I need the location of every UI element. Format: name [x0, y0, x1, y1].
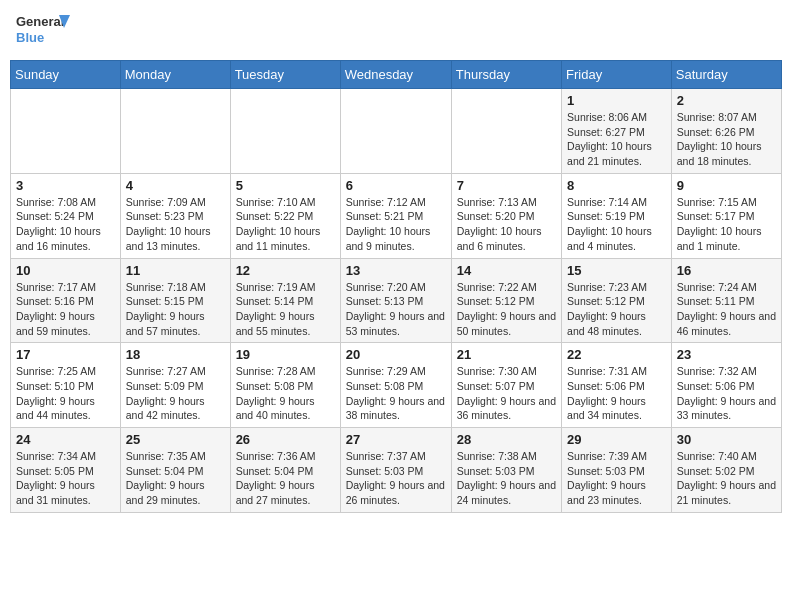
- day-info: Sunrise: 8:07 AM Sunset: 6:26 PM Dayligh…: [677, 110, 776, 169]
- day-number: 7: [457, 178, 556, 193]
- day-number: 25: [126, 432, 225, 447]
- day-number: 27: [346, 432, 446, 447]
- day-cell: 29Sunrise: 7:39 AM Sunset: 5:03 PM Dayli…: [562, 428, 672, 513]
- day-cell: 19Sunrise: 7:28 AM Sunset: 5:08 PM Dayli…: [230, 343, 340, 428]
- day-header-tuesday: Tuesday: [230, 61, 340, 89]
- day-number: 16: [677, 263, 776, 278]
- day-info: Sunrise: 7:12 AM Sunset: 5:21 PM Dayligh…: [346, 195, 446, 254]
- day-cell: 27Sunrise: 7:37 AM Sunset: 5:03 PM Dayli…: [340, 428, 451, 513]
- day-cell: 12Sunrise: 7:19 AM Sunset: 5:14 PM Dayli…: [230, 258, 340, 343]
- day-number: 9: [677, 178, 776, 193]
- day-number: 5: [236, 178, 335, 193]
- day-cell: 6Sunrise: 7:12 AM Sunset: 5:21 PM Daylig…: [340, 173, 451, 258]
- day-info: Sunrise: 7:37 AM Sunset: 5:03 PM Dayligh…: [346, 449, 446, 508]
- day-number: 22: [567, 347, 666, 362]
- day-cell: 5Sunrise: 7:10 AM Sunset: 5:22 PM Daylig…: [230, 173, 340, 258]
- day-cell: 2Sunrise: 8:07 AM Sunset: 6:26 PM Daylig…: [671, 89, 781, 174]
- day-cell: 28Sunrise: 7:38 AM Sunset: 5:03 PM Dayli…: [451, 428, 561, 513]
- day-info: Sunrise: 7:38 AM Sunset: 5:03 PM Dayligh…: [457, 449, 556, 508]
- day-cell: [230, 89, 340, 174]
- day-cell: 15Sunrise: 7:23 AM Sunset: 5:12 PM Dayli…: [562, 258, 672, 343]
- day-cell: 21Sunrise: 7:30 AM Sunset: 5:07 PM Dayli…: [451, 343, 561, 428]
- day-number: 17: [16, 347, 115, 362]
- day-info: Sunrise: 7:20 AM Sunset: 5:13 PM Dayligh…: [346, 280, 446, 339]
- day-cell: 26Sunrise: 7:36 AM Sunset: 5:04 PM Dayli…: [230, 428, 340, 513]
- day-info: Sunrise: 7:10 AM Sunset: 5:22 PM Dayligh…: [236, 195, 335, 254]
- day-number: 29: [567, 432, 666, 447]
- week-row-1: 1Sunrise: 8:06 AM Sunset: 6:27 PM Daylig…: [11, 89, 782, 174]
- day-info: Sunrise: 8:06 AM Sunset: 6:27 PM Dayligh…: [567, 110, 666, 169]
- day-info: Sunrise: 7:40 AM Sunset: 5:02 PM Dayligh…: [677, 449, 776, 508]
- day-cell: 20Sunrise: 7:29 AM Sunset: 5:08 PM Dayli…: [340, 343, 451, 428]
- day-info: Sunrise: 7:34 AM Sunset: 5:05 PM Dayligh…: [16, 449, 115, 508]
- day-info: Sunrise: 7:18 AM Sunset: 5:15 PM Dayligh…: [126, 280, 225, 339]
- day-info: Sunrise: 7:39 AM Sunset: 5:03 PM Dayligh…: [567, 449, 666, 508]
- week-row-5: 24Sunrise: 7:34 AM Sunset: 5:05 PM Dayli…: [11, 428, 782, 513]
- day-number: 1: [567, 93, 666, 108]
- day-header-sunday: Sunday: [11, 61, 121, 89]
- day-number: 2: [677, 93, 776, 108]
- svg-text:General: General: [16, 14, 64, 29]
- day-number: 13: [346, 263, 446, 278]
- day-info: Sunrise: 7:19 AM Sunset: 5:14 PM Dayligh…: [236, 280, 335, 339]
- day-info: Sunrise: 7:13 AM Sunset: 5:20 PM Dayligh…: [457, 195, 556, 254]
- day-info: Sunrise: 7:27 AM Sunset: 5:09 PM Dayligh…: [126, 364, 225, 423]
- day-cell: 10Sunrise: 7:17 AM Sunset: 5:16 PM Dayli…: [11, 258, 121, 343]
- day-info: Sunrise: 7:14 AM Sunset: 5:19 PM Dayligh…: [567, 195, 666, 254]
- day-number: 8: [567, 178, 666, 193]
- day-info: Sunrise: 7:15 AM Sunset: 5:17 PM Dayligh…: [677, 195, 776, 254]
- day-header-saturday: Saturday: [671, 61, 781, 89]
- day-number: 26: [236, 432, 335, 447]
- day-cell: 22Sunrise: 7:31 AM Sunset: 5:06 PM Dayli…: [562, 343, 672, 428]
- day-number: 10: [16, 263, 115, 278]
- day-cell: [451, 89, 561, 174]
- day-number: 28: [457, 432, 556, 447]
- day-info: Sunrise: 7:36 AM Sunset: 5:04 PM Dayligh…: [236, 449, 335, 508]
- week-row-4: 17Sunrise: 7:25 AM Sunset: 5:10 PM Dayli…: [11, 343, 782, 428]
- logo-svg: General Blue: [14, 10, 74, 52]
- day-cell: 8Sunrise: 7:14 AM Sunset: 5:19 PM Daylig…: [562, 173, 672, 258]
- calendar-table: SundayMondayTuesdayWednesdayThursdayFrid…: [10, 60, 782, 513]
- day-number: 15: [567, 263, 666, 278]
- day-header-friday: Friday: [562, 61, 672, 89]
- day-info: Sunrise: 7:30 AM Sunset: 5:07 PM Dayligh…: [457, 364, 556, 423]
- day-number: 20: [346, 347, 446, 362]
- day-cell: 1Sunrise: 8:06 AM Sunset: 6:27 PM Daylig…: [562, 89, 672, 174]
- day-number: 11: [126, 263, 225, 278]
- day-cell: 18Sunrise: 7:27 AM Sunset: 5:09 PM Dayli…: [120, 343, 230, 428]
- day-info: Sunrise: 7:08 AM Sunset: 5:24 PM Dayligh…: [16, 195, 115, 254]
- day-cell: [120, 89, 230, 174]
- day-cell: 24Sunrise: 7:34 AM Sunset: 5:05 PM Dayli…: [11, 428, 121, 513]
- day-info: Sunrise: 7:29 AM Sunset: 5:08 PM Dayligh…: [346, 364, 446, 423]
- day-number: 3: [16, 178, 115, 193]
- day-info: Sunrise: 7:17 AM Sunset: 5:16 PM Dayligh…: [16, 280, 115, 339]
- day-cell: 4Sunrise: 7:09 AM Sunset: 5:23 PM Daylig…: [120, 173, 230, 258]
- day-header-wednesday: Wednesday: [340, 61, 451, 89]
- day-number: 21: [457, 347, 556, 362]
- day-info: Sunrise: 7:24 AM Sunset: 5:11 PM Dayligh…: [677, 280, 776, 339]
- day-number: 23: [677, 347, 776, 362]
- day-cell: 3Sunrise: 7:08 AM Sunset: 5:24 PM Daylig…: [11, 173, 121, 258]
- day-cell: 7Sunrise: 7:13 AM Sunset: 5:20 PM Daylig…: [451, 173, 561, 258]
- day-number: 12: [236, 263, 335, 278]
- week-row-2: 3Sunrise: 7:08 AM Sunset: 5:24 PM Daylig…: [11, 173, 782, 258]
- day-header-thursday: Thursday: [451, 61, 561, 89]
- day-number: 4: [126, 178, 225, 193]
- day-cell: 23Sunrise: 7:32 AM Sunset: 5:06 PM Dayli…: [671, 343, 781, 428]
- day-number: 19: [236, 347, 335, 362]
- day-info: Sunrise: 7:22 AM Sunset: 5:12 PM Dayligh…: [457, 280, 556, 339]
- day-number: 14: [457, 263, 556, 278]
- day-cell: 14Sunrise: 7:22 AM Sunset: 5:12 PM Dayli…: [451, 258, 561, 343]
- day-info: Sunrise: 7:23 AM Sunset: 5:12 PM Dayligh…: [567, 280, 666, 339]
- page-header: General Blue: [10, 10, 782, 52]
- day-cell: 25Sunrise: 7:35 AM Sunset: 5:04 PM Dayli…: [120, 428, 230, 513]
- day-cell: 9Sunrise: 7:15 AM Sunset: 5:17 PM Daylig…: [671, 173, 781, 258]
- day-number: 30: [677, 432, 776, 447]
- day-number: 6: [346, 178, 446, 193]
- svg-text:Blue: Blue: [16, 30, 44, 45]
- week-row-3: 10Sunrise: 7:17 AM Sunset: 5:16 PM Dayli…: [11, 258, 782, 343]
- day-cell: 16Sunrise: 7:24 AM Sunset: 5:11 PM Dayli…: [671, 258, 781, 343]
- day-info: Sunrise: 7:32 AM Sunset: 5:06 PM Dayligh…: [677, 364, 776, 423]
- day-number: 18: [126, 347, 225, 362]
- day-cell: 13Sunrise: 7:20 AM Sunset: 5:13 PM Dayli…: [340, 258, 451, 343]
